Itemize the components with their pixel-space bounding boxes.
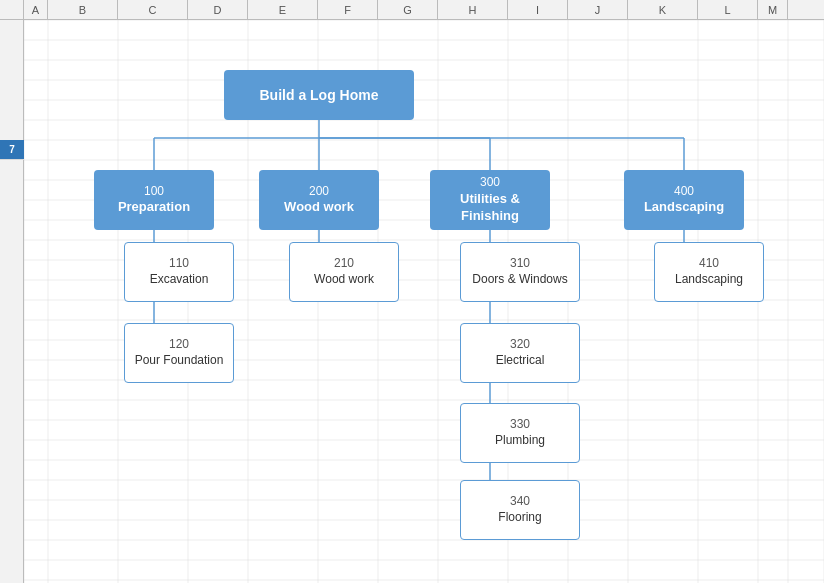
col-G[interactable]: G (378, 0, 438, 19)
col-J[interactable]: J (568, 0, 628, 19)
spreadsheet: A B C D E F G H I J K L M 7 // Will be g… (0, 0, 824, 583)
col-A[interactable]: A (24, 0, 48, 19)
col-K[interactable]: K (628, 0, 698, 19)
corner-cell (0, 0, 24, 19)
col-header-row: A B C D E F G H I J K L M (0, 0, 824, 20)
col-L[interactable]: L (698, 0, 758, 19)
col-H[interactable]: H (438, 0, 508, 19)
col-E[interactable]: E (248, 0, 318, 19)
col-D[interactable]: D (188, 0, 248, 19)
col-I[interactable]: I (508, 0, 568, 19)
col-B[interactable]: B (48, 0, 118, 19)
col-M[interactable]: M (758, 0, 788, 19)
row-7-selected[interactable]: 7 (0, 140, 24, 160)
grid-body: 7 // Will be generated by JS below (0, 20, 824, 583)
col-F[interactable]: F (318, 0, 378, 19)
row-header: 7 (0, 20, 24, 583)
col-C[interactable]: C (118, 0, 188, 19)
grid-lines: // Will be generated by JS below (24, 20, 824, 583)
